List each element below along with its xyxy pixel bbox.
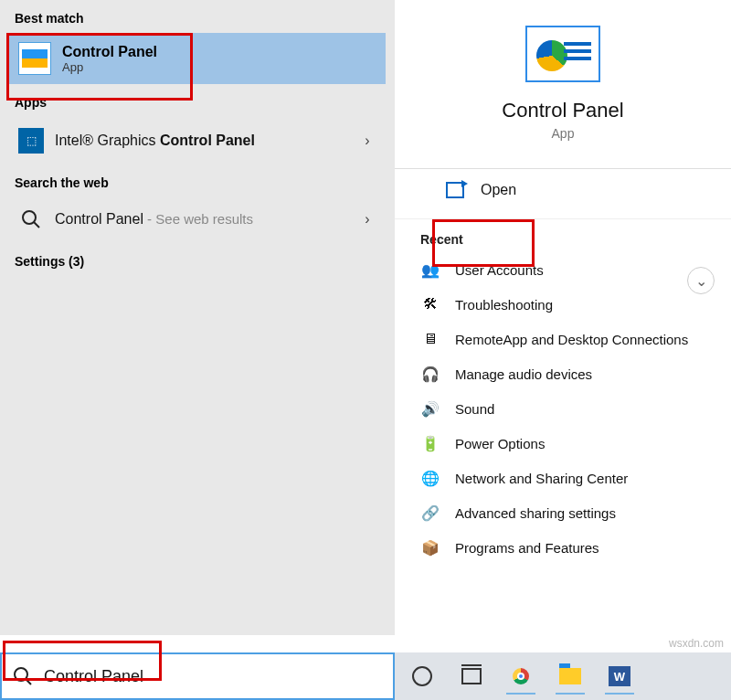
app-title: Control Panel (395, 99, 731, 122)
svg-point-0 (23, 211, 36, 224)
task-view-icon[interactable] (451, 658, 492, 695)
chevron-right-icon[interactable]: › (358, 211, 376, 228)
best-match-text: Control Panel App (62, 44, 376, 74)
search-results-pane: Best match Control Panel App Apps ⬚ Inte… (0, 0, 395, 635)
app-item-intel-graphics[interactable]: ⬚ Intel® Graphics Control Panel › (9, 117, 386, 164)
recent-item-power[interactable]: 🔋Power Options (411, 426, 715, 461)
recent-label: Sound (455, 401, 494, 417)
recent-item-network[interactable]: 🌐Network and Sharing Center (411, 461, 715, 495)
recent-item-sound[interactable]: 🔊Sound (411, 391, 715, 426)
app-label: Intel® Graphics Control Panel (55, 133, 347, 149)
svg-line-3 (26, 679, 31, 684)
file-explorer-icon[interactable] (550, 658, 590, 695)
web-header: Search the web (0, 164, 395, 197)
remoteapp-icon: 🖥 (420, 329, 440, 349)
search-box[interactable] (0, 652, 395, 700)
best-match-sub: App (62, 60, 376, 74)
recent-label: Manage audio devices (455, 366, 592, 382)
user-accounts-icon: 👥 (420, 260, 440, 280)
recent-label: Advanced sharing settings (455, 505, 616, 521)
app-label-bold: Control Panel (160, 133, 255, 148)
recent-item-sharing[interactable]: 🔗Advanced sharing settings (411, 495, 715, 530)
chevron-right-icon[interactable]: › (358, 133, 376, 149)
recent-label: User Accounts (455, 262, 544, 278)
web-search-extra: - See web results (143, 211, 253, 227)
taskbar: W (395, 652, 731, 700)
control-panel-large-icon (525, 26, 600, 82)
settings-header[interactable]: Settings (3) (0, 241, 395, 281)
control-panel-icon (18, 42, 51, 75)
open-icon (446, 182, 464, 198)
recent-header: Recent (395, 219, 731, 250)
best-match-header: Best match (0, 0, 395, 33)
recent-label: Network and Sharing Center (455, 471, 628, 486)
app-label-prefix: Intel® Graphics (55, 133, 160, 148)
audio-icon: 🎧 (420, 364, 440, 384)
chrome-icon[interactable] (501, 658, 541, 695)
app-subtitle: App (395, 126, 731, 141)
recent-item-audio[interactable]: 🎧Manage audio devices (411, 356, 715, 391)
intel-graphics-icon: ⬚ (18, 128, 44, 154)
recent-label: Power Options (455, 436, 545, 451)
search-icon (13, 666, 33, 686)
recent-item-user-accounts[interactable]: 👥User Accounts (411, 252, 715, 287)
recent-item-programs[interactable]: 📦Programs and Features (411, 530, 715, 565)
sharing-icon: 🔗 (420, 503, 440, 523)
best-match-title: Control Panel (62, 44, 376, 60)
details-pane: Control Panel App Open ⌄ Recent 👥User Ac… (395, 0, 731, 635)
svg-point-2 (15, 668, 27, 681)
open-label: Open (481, 182, 516, 198)
network-icon: 🌐 (420, 468, 440, 488)
recent-label: Troubleshooting (455, 297, 553, 313)
svg-line-1 (34, 222, 39, 228)
programs-icon: 📦 (420, 537, 440, 557)
recent-label: Programs and Features (455, 540, 599, 556)
web-search-term: Control Panel (55, 211, 143, 227)
recent-label: RemoteApp and Desktop Connections (455, 332, 688, 347)
watermark: wsxdn.com (669, 637, 724, 650)
expand-button[interactable]: ⌄ (687, 267, 715, 294)
open-button[interactable]: Open (395, 169, 731, 211)
recent-list: 👥User Accounts 🛠Troubleshooting 🖥RemoteA… (395, 250, 731, 567)
cortana-icon[interactable] (402, 658, 442, 695)
search-icon (18, 207, 44, 232)
recent-item-remoteapp[interactable]: 🖥RemoteApp and Desktop Connections (411, 322, 715, 356)
recent-item-troubleshooting[interactable]: 🛠Troubleshooting (411, 287, 715, 322)
apps-header: Apps (0, 84, 395, 117)
web-search-item[interactable]: Control Panel - See web results › (9, 197, 386, 241)
web-search-label: Control Panel - See web results (55, 211, 347, 228)
troubleshooting-icon: 🛠 (420, 294, 440, 314)
best-match-item[interactable]: Control Panel App (9, 33, 386, 84)
sound-icon: 🔊 (420, 398, 440, 419)
app-hero: Control Panel App (395, 0, 731, 154)
power-icon: 🔋 (420, 433, 440, 453)
search-input[interactable] (44, 667, 382, 686)
word-icon[interactable]: W (599, 658, 640, 695)
